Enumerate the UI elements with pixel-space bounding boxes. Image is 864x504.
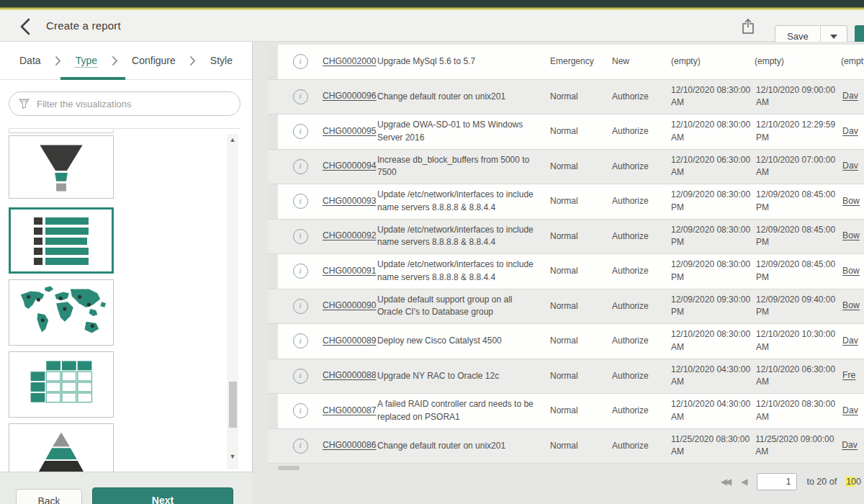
viz-thumb-list[interactable] [9,207,114,274]
short-description: Increase db_block_buffers from 5000 to 7… [377,154,544,179]
previous-page-button[interactable]: ◀ [741,477,747,487]
change-number-link[interactable]: CHG0000095 [323,126,377,136]
change-number-link[interactable]: CHG0000093 [323,196,377,206]
table-row[interactable]: i CHG0000091 Update /etc/network/interfa… [268,254,864,289]
info-icon[interactable]: i [293,54,308,69]
assigned-to-link[interactable]: Dav [842,405,858,415]
horizontal-scrollbar-thumb[interactable] [278,466,300,470]
table-row[interactable]: i CHG0000087 A failed RAID controller ca… [268,394,864,429]
step-configure[interactable]: Configure [132,55,176,66]
row-gutter [268,429,278,464]
info-icon[interactable]: i [293,124,308,139]
info-icon[interactable]: i [293,438,308,454]
planned-end-date: 12/10/2020 07:00:00 AM [750,154,838,179]
priority-value: Normal [544,265,600,277]
pagination-total: 100 [846,477,861,487]
info-icon[interactable]: i [293,159,308,174]
short-description: Update /etc/network/interfaces to includ… [377,224,544,249]
planned-end-date: 12/10/2020 08:30:00 AM [750,398,838,423]
assigned-to-link[interactable]: Bow [842,230,860,240]
step-data[interactable]: Data [19,55,41,66]
scroll-up-arrow-icon[interactable]: ▲ [228,135,237,144]
table-row[interactable]: i CHG0000089 Deploy new Cisco Catalyst 4… [268,324,864,359]
assigned-to-link[interactable]: Dav [842,336,858,346]
share-button[interactable] [740,17,756,36]
assigned-to-link[interactable]: Bow [842,196,860,206]
viz-thumb-pivot-table[interactable] [9,351,114,418]
top-dark-bar [0,0,864,7]
table-row[interactable]: i CHG0000090 Update default support grou… [268,289,864,325]
planned-start-date: 12/10/2020 04:30:00 AM [661,398,750,423]
change-number-link[interactable]: CHG0000091 [323,266,377,276]
change-number-link[interactable]: CHG0000096 [323,91,377,101]
back-button[interactable] [17,17,35,37]
assigned-to-link[interactable]: Dav [842,161,858,171]
back-step-button[interactable]: Back [16,489,82,504]
planned-end-date: 11/25/2020 09:00:00 AM [750,433,837,459]
assigned-to-link[interactable]: Dav [842,91,858,101]
info-icon[interactable]: i [293,89,308,104]
planned-start-date: (empty) [661,55,749,68]
step-style[interactable]: Style [210,55,233,66]
info-icon[interactable]: i [293,369,308,384]
info-icon[interactable]: i [293,194,308,209]
info-icon[interactable]: i [293,333,308,348]
change-number-link[interactable]: CHG0002000 [323,56,377,66]
info-icon[interactable]: i [293,264,308,279]
caret-down-icon [830,35,837,39]
assigned-to-link[interactable]: Fre [842,370,855,380]
priority-value: Normal [544,161,600,173]
row-gutter [268,220,278,254]
viz-thumb-world-map[interactable] [9,279,114,346]
assigned-to-link[interactable]: Dav [842,126,858,136]
planned-end-date: (empty) [749,55,837,68]
change-number-link[interactable]: CHG0000087 [323,405,377,415]
info-icon[interactable]: i [293,299,308,314]
table-row[interactable]: i CHG0000094 Increase db_block_buffers f… [268,150,864,185]
change-number-link[interactable]: CHG0000086 [323,440,377,450]
state-value: Authorize [600,125,661,138]
short-description: Upgrade MySql 5.6 to 5.7 [377,55,544,68]
planned-start-date: 12/10/2020 08:30:00 AM [661,119,750,144]
table-row[interactable]: i CHG0000093 Update /etc/network/interfa… [268,184,864,220]
next-step-button[interactable]: Next [92,487,233,504]
info-icon[interactable]: i [293,229,308,244]
share-icon [740,17,756,36]
table-row[interactable]: i CHG0000092 Update /etc/network/interfa… [268,220,864,255]
table-row[interactable]: i CHG0000088 Upgrade NY RAC to Oracle 12… [268,359,864,395]
table-row[interactable]: i CHG0000095 Upgrade OWA-SD-01 to MS Win… [268,114,864,150]
assigned-to-link[interactable]: Bow [842,300,860,310]
row-gutter [268,324,278,359]
planned-start-date: 12/10/2020 08:30:00 AM [661,328,750,354]
planned-end-date: 12/10/2020 12:29:59 PM [750,119,838,144]
planned-start-date: 12/10/2020 06:30:00 AM [661,154,750,179]
info-icon[interactable]: i [293,403,308,418]
step-type[interactable]: Type [76,55,97,66]
priority-value: Normal [544,195,600,207]
viz-list-scrollbar-thumb[interactable] [229,382,237,428]
assigned-to-link[interactable]: Dav [842,440,858,450]
first-page-button[interactable]: ◀◀ [721,477,732,487]
planned-start-date: 12/09/2020 08:30:00 PM [661,189,750,214]
app-window: Create a report Save [0,0,864,504]
row-gutter [268,254,278,289]
change-number-link[interactable]: CHG0000094 [323,161,377,171]
report-config-panel: Data Type Configure Style [0,42,253,472]
table-row[interactable]: i CHG0000086 Change default router on un… [268,429,864,464]
viz-thumb-funnel-chart[interactable] [9,135,114,199]
state-value: Authorize [600,405,661,417]
assigned-to-link[interactable]: Bow [842,266,860,276]
assigned-to-link[interactable]: (empty) [841,56,864,66]
filter-visualizations-input[interactable] [37,99,231,109]
change-number-link[interactable]: CHG0000092 [323,230,377,240]
table-row[interactable]: i CHG0000096 Change default router on un… [268,80,864,115]
state-value: Authorize [600,300,661,312]
priority-value: Normal [544,335,600,347]
change-number-link[interactable]: CHG0000088 [323,370,377,380]
table-row[interactable]: i CHG0002000 Upgrade MySql 5.6 to 5.7 Em… [268,45,864,80]
change-number-link[interactable]: CHG0000089 [323,336,377,346]
change-number-link[interactable]: CHG0000090 [323,300,377,310]
planned-end-date: 12/10/2020 10:30:00 AM [750,328,838,354]
scroll-down-arrow-icon[interactable]: ▼ [228,452,237,461]
page-number-input[interactable] [757,473,797,490]
